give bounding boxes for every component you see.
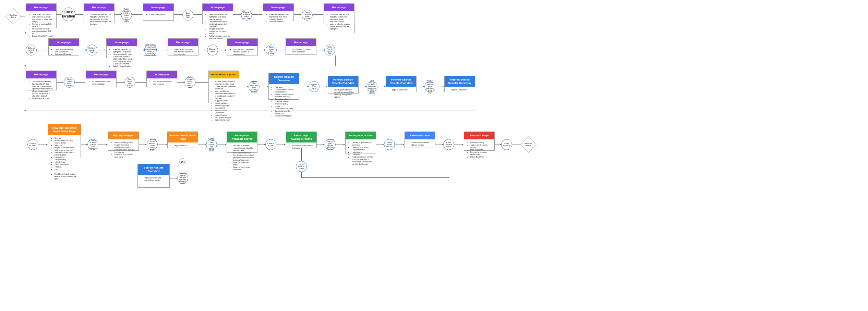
action-r3a7: Flicks through gallery of thumbnail imag… [366, 81, 377, 92]
action-r1a6: Moves mouse to select end date [302, 10, 313, 21]
card-r2c2: Homepage Guest field selected, box highl… [106, 38, 137, 58]
card-r2c5: Homepage No. of guests drop-down menu di… [286, 38, 316, 55]
action-r3a3: Clicks button when finished [124, 77, 135, 88]
action-r3a6: Applies (more) filters [309, 81, 320, 92]
action-r3a5: Applies initial filters and clicks 'proc… [249, 81, 260, 92]
card-r4c2: Pop-up: Images Pop-up displaying many im… [108, 132, 139, 151]
card-r4c3: Selected Hotel Detail Page Page is as be… [167, 132, 198, 148]
action-r4a4: If happy: Clicks See Rooms, page scrolls… [206, 139, 217, 150]
start-diamond: User Flow Begins [5, 8, 22, 24]
action-r2a1: Clicks on an end date [26, 45, 37, 55]
card-r3c8: Filtered Search Results Overview Page as… [444, 76, 475, 92]
action-r3a4: Clicks 'proceed' button (starts search t… [184, 77, 195, 88]
or-node: OR [179, 158, 186, 165]
action-r4a8: Clicks Reserve button [443, 139, 454, 150]
action-r4a2: Clicks on an image to view more images [87, 139, 98, 150]
end-diamond: User Flow Begins [520, 136, 537, 153]
action-r1a4: Clicks dates field [182, 10, 193, 21]
card-r3c6: Filtered Search Results Overview List of… [328, 76, 359, 94]
action-r4a7: Selects desired add-ons [384, 139, 395, 150]
card-r2c4: Homepage room field is populated with th… [227, 38, 258, 55]
click-location-action: Click location [62, 8, 75, 21]
card-r1c3: Homepage Location field filled in [143, 3, 174, 21]
card-r1c4: Homepage Dates field selected, box highl… [202, 3, 233, 24]
card-r1c2: Homepage Location field selected, box hi… [84, 3, 114, 23]
card-r1c5: Homepage Dates field selected, now highl… [263, 3, 294, 21]
action-r1a3: Types location in field or selects from … [121, 10, 132, 21]
card-r3c1: Homepage 'no. rooms field selected, box … [26, 71, 57, 90]
action-r4a9: Clicks Book/Pay [501, 139, 512, 150]
card-r3c2: Homepage No. of rooms drop-down menu dis… [86, 71, 117, 87]
action-r1a5: Clicks on a date to select start date [241, 10, 252, 21]
card-r5c1: Search Results Overview Page is as befor… [137, 164, 170, 188]
action-r4a5b: Clicks Reserve button [296, 161, 307, 172]
action-r4a3: Clicks on icon to return to option detai… [147, 139, 158, 150]
card-r3c5: Search Results Overview New pageContains… [268, 73, 299, 100]
card-r3c3: Homepage Four fields are filled with des… [146, 71, 177, 87]
card-r4c7: Extras/Add-ons Check-boxes of desired ad… [405, 132, 435, 148]
action-r4a1: Clicks on an option [27, 139, 38, 150]
action-r5a1: Navigates back to tab with overview of s… [177, 173, 188, 184]
action-r3a8: Scrolls to another potential option and … [424, 81, 435, 92]
action-r2a4: Clicks on room [207, 45, 218, 55]
action-r4a6: Scrolls to add-on (pre)-options grid vie… [325, 139, 336, 150]
card-r4c1: New Tab: Selected Hotel Detail Page New … [48, 124, 81, 158]
card-r1c1: Homepage Search field form: location, da… [26, 3, 57, 28]
action-r3a2: Clicks button when finished [64, 77, 75, 88]
action-r2a6: Clicks 'no. of rooms' field [324, 45, 335, 55]
card-r2c1: Homepage Dates field now filled with sta… [48, 38, 79, 55]
card-r3c7: Filtered Search Results Overview page as… [386, 76, 417, 92]
card-r4c5: Same page: Available rooms Fixed footer … [286, 132, 317, 148]
card-r4c8: Payment Page Booking summary:- dates, gu… [464, 132, 495, 151]
action-r2a5: Clicks button when finished [266, 45, 277, 55]
card-r3c4: Initial Filter System An initial filteri… [208, 71, 239, 103]
action-r2a3: clicks on plus or minus button to select… [144, 44, 157, 56]
card-r4c4: Same page: Available rooms Grid view of … [227, 132, 257, 153]
card-r4c6: Same page: Extras Can skip to go ahead w… [345, 132, 376, 153]
card-r1c6: Homepage Dates field selected, box highl… [324, 3, 354, 23]
action-r4a5: Clicks on a room [265, 139, 276, 150]
action-r2a2: Clicks on guests field [86, 45, 97, 55]
card-r2c3: Homepage guests field is populated with … [168, 38, 198, 55]
